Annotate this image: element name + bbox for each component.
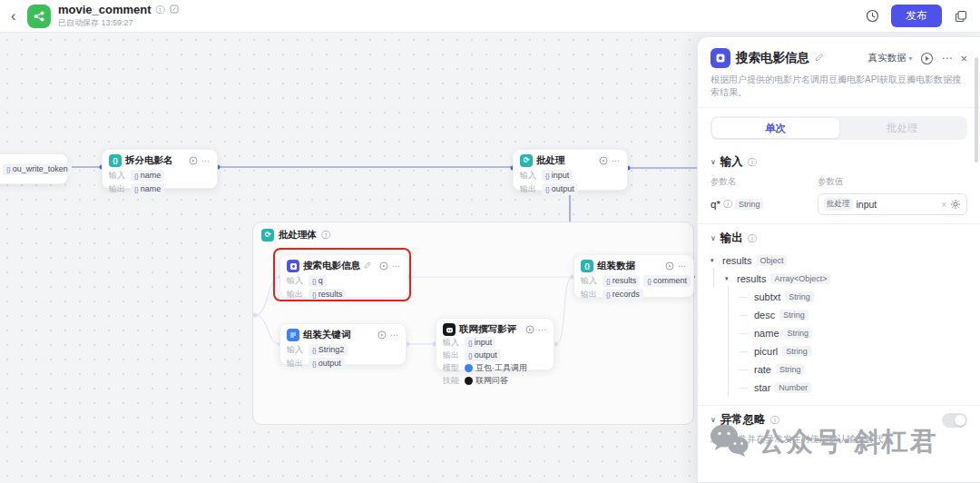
panel-scrollbar[interactable] <box>975 57 978 163</box>
tree-row[interactable]: picurl String <box>710 342 967 360</box>
edit-title-icon[interactable] <box>170 5 179 15</box>
back-button[interactable]: ‹ <box>11 9 27 24</box>
braces-icon: {} <box>647 275 652 287</box>
more-menu-icon[interactable]: ⋯ <box>941 52 953 64</box>
braces-icon: {} <box>606 289 611 301</box>
info-icon[interactable]: ⓘ <box>156 5 165 15</box>
run-node-icon[interactable] <box>919 51 934 65</box>
row-label: 输入 <box>520 170 538 182</box>
braces-icon: {} <box>134 183 139 195</box>
chevron-down-icon[interactable]: ∨ <box>710 158 716 166</box>
loop-icon: ⟳ <box>261 229 274 242</box>
braces-icon: {} <box>134 170 139 182</box>
variable-chip: {}results <box>603 275 640 287</box>
tree-row[interactable]: ▾ results Array<Object> <box>710 270 967 288</box>
node-assemble-keywords[interactable]: 组装关键词 ⋯ 输入 {}String2 输出 {}output <box>279 323 407 365</box>
mode-tabs: 单次 批处理 <box>710 116 967 140</box>
node-assemble-data[interactable]: {} 组装数据 ⋯ 输入 {}results {}comment 输出 {}re… <box>573 254 694 298</box>
wechat-logo-icon <box>708 421 750 463</box>
caret-down-icon[interactable]: ▾ <box>710 257 718 264</box>
node-partial-left[interactable]: {} ou_write_token <box>0 153 68 184</box>
variable-chip: {}output <box>542 183 578 195</box>
node-more-icon[interactable]: ⋯ <box>612 157 621 165</box>
duplicate-window-icon[interactable] <box>953 8 969 25</box>
braces-icon: {} <box>312 275 317 287</box>
text-node-icon <box>287 329 299 341</box>
tree-row[interactable]: desc String <box>710 306 967 324</box>
variable-chip: {}String2 <box>309 344 348 356</box>
section-title: 输出 <box>720 231 743 246</box>
param-value-text: input <box>857 199 938 210</box>
run-node-icon[interactable] <box>524 325 534 335</box>
row-label: 输入 <box>287 275 305 287</box>
tree-row[interactable]: ▾ results Object <box>710 251 967 270</box>
type-chip: String <box>782 346 811 357</box>
caret-down-icon[interactable]: ▾ <box>725 275 732 282</box>
publish-button[interactable]: 发布 <box>891 5 942 27</box>
data-mode-select[interactable]: 真实数据 ▾ <box>867 52 912 64</box>
workflow-app-icon <box>27 5 51 28</box>
node-split-movie-name[interactable]: {} 拆分电影名 ⋯ 输入 {}name 输出 {}name <box>102 149 218 189</box>
type-chip: String <box>779 310 808 320</box>
param-columns: 参数名 参数值 <box>710 176 967 188</box>
run-node-icon[interactable] <box>664 261 674 271</box>
node-more-icon[interactable]: ⋯ <box>390 331 399 340</box>
history-clock-icon[interactable] <box>864 8 880 25</box>
variable-chip: {}name <box>131 170 164 182</box>
node-title: 拆分电影名 <box>125 154 173 167</box>
node-search-movie-info[interactable]: 搜索电影信息 ⋯ 输入 {}q 输出 {}results <box>279 254 408 298</box>
input-section: ∨ 输入 ⓘ 参数名 参数值 q* ⓘ String 批处理 input × <box>698 148 980 224</box>
variable-chip: {}q <box>309 275 327 287</box>
tree-row[interactable]: rate String <box>710 360 967 379</box>
tab-batch[interactable]: 批处理 <box>839 118 966 138</box>
tree-tick <box>740 388 748 389</box>
run-node-icon[interactable] <box>598 156 608 166</box>
run-node-icon[interactable] <box>377 330 387 340</box>
node-batch[interactable]: ⟳ 批处理 ⋯ 输入 {}input 输出 {}output <box>513 149 628 191</box>
tree-row[interactable]: star Number <box>710 379 967 397</box>
node-write-review-llm[interactable]: 联网撰写影评 ⋯ 输入 {}input 输出 {}output 模型 豆包·工具… <box>436 318 554 370</box>
tree-row[interactable]: name String <box>710 324 967 342</box>
panel-title: 搜索电影信息 <box>736 50 809 66</box>
batch-body-label: 批处理体 <box>279 229 317 242</box>
param-value-input[interactable]: 批处理 input × <box>818 193 967 215</box>
row-label: 输出 <box>520 183 538 195</box>
exception-toggle[interactable] <box>942 413 967 428</box>
row-label: 输出 <box>287 358 305 370</box>
node-more-icon[interactable]: ⋯ <box>201 157 211 165</box>
gear-icon[interactable] <box>950 199 961 210</box>
workflow-title: movie_comment <box>58 3 152 16</box>
edit-icon[interactable] <box>815 53 824 64</box>
watermark-text: 公众号·斜杠君 <box>759 424 938 460</box>
edit-icon[interactable] <box>364 261 371 271</box>
tree-tick <box>740 370 748 370</box>
tree-row[interactable]: subtxt String <box>710 288 967 306</box>
node-more-icon[interactable]: ⋯ <box>538 326 547 334</box>
workflow-editor: ⟳ 批处理体 ⓘ {} ou_write_token {} 拆分电影名 ⋯ <box>0 0 980 483</box>
toggle-knob <box>955 415 965 426</box>
node-title: 批处理 <box>536 154 565 167</box>
braces-icon: {} <box>312 289 317 301</box>
node-description: 根据用户提供的电影片名调用豆瓣电影API获取豆瓣电影数据搜索结果。 <box>698 74 980 108</box>
skill-value: 联网问答 <box>465 375 508 387</box>
braces-icon: {} <box>468 337 473 349</box>
tab-single[interactable]: 单次 <box>712 118 839 138</box>
info-icon: ⓘ <box>321 231 330 240</box>
plugin-node-icon <box>287 260 299 272</box>
clear-value-icon[interactable]: × <box>941 200 946 210</box>
autosave-status: 已自动保存 13:59:27 <box>58 17 179 29</box>
braces-icon: {} <box>312 344 317 356</box>
model-value: 豆包·工具调用 <box>465 362 527 374</box>
chevron-down-icon: ▾ <box>908 54 912 63</box>
chevron-down-icon[interactable]: ∨ <box>710 234 716 242</box>
tree-tick <box>740 351 748 352</box>
node-title: 组装关键词 <box>303 329 351 341</box>
llm-node-icon <box>443 323 456 336</box>
node-more-icon[interactable]: ⋯ <box>392 262 401 271</box>
tree-tick <box>740 333 748 334</box>
run-node-icon[interactable] <box>188 156 198 166</box>
node-more-icon[interactable]: ⋯ <box>678 262 687 271</box>
run-node-icon[interactable] <box>378 261 388 271</box>
info-icon: ⓘ <box>748 158 757 167</box>
close-panel-icon[interactable]: × <box>960 52 967 65</box>
